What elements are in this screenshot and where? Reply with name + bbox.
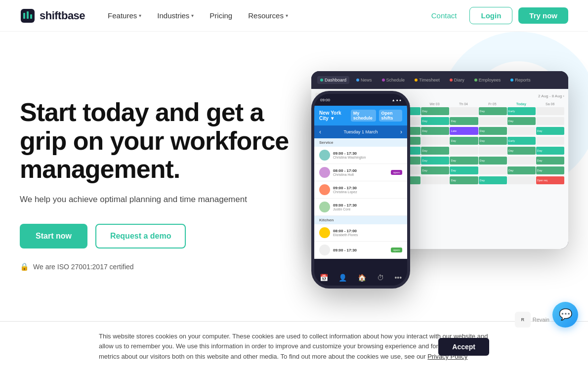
hero-content: Start today and get a grip on your workf… xyxy=(20,98,296,271)
brand-name: shiftbase xyxy=(40,9,85,22)
hero-title: Start today and get a grip on your workf… xyxy=(20,98,296,183)
nav-pricing[interactable]: Pricing xyxy=(203,7,239,24)
lock-icon: 🔒 xyxy=(20,262,29,271)
phone-city: New York City ▼ xyxy=(319,110,351,121)
nav-industries[interactable]: Industries ▾ xyxy=(150,7,201,24)
resources-chevron-icon: ▾ xyxy=(286,13,288,18)
list-item: 09:00 - 17:30 Christina Lopez xyxy=(314,181,407,199)
tab-news: News xyxy=(353,76,375,84)
tab-reports: Reports xyxy=(507,76,534,84)
industries-chevron-icon: ▾ xyxy=(191,13,194,18)
list-item: 08:00 - 17:00 Christina Holt open xyxy=(314,164,407,181)
nav-left: shiftbase Features ▾ Industries ▾ Pricin… xyxy=(20,7,295,24)
phone-section-kitchen: Kitchen xyxy=(314,216,407,224)
iso-badge: 🔒 We are ISO 27001:2017 certified xyxy=(20,262,296,271)
revain-widget[interactable]: R Revain xyxy=(515,312,549,328)
resources-label: Resources xyxy=(248,11,284,20)
list-item: 09:00 - 17:30 open xyxy=(314,242,407,259)
list-item: 09:00 - 17:30 Christina Washington xyxy=(314,147,407,164)
logo-icon xyxy=(20,8,36,24)
list-item: 09:00 - 17:30 Justin Core xyxy=(314,199,407,216)
phone-date: Tuesday 1 March xyxy=(343,129,378,134)
request-demo-button[interactable]: Request a demo xyxy=(95,224,186,248)
phone-section-service: Service xyxy=(314,138,407,147)
tab-diary: Diary xyxy=(447,76,467,84)
hero-visual: Dashboard News Schedule Timesheet Diary … xyxy=(296,61,568,308)
tab-employees: Employees xyxy=(471,76,504,84)
start-now-button[interactable]: Start now xyxy=(20,224,87,248)
phone-status-bar: 09:00 ▲ ● ● xyxy=(314,94,407,106)
hero-subtitle: We help you achieve optimal planning and… xyxy=(20,193,296,206)
iso-text: We are ISO 27001:2017 certified xyxy=(33,263,134,271)
login-button[interactable]: Login xyxy=(469,7,512,24)
nav-resources[interactable]: Resources ▾ xyxy=(241,7,295,24)
tab-timesheet: Timesheet xyxy=(412,76,443,84)
revain-label: Revain xyxy=(533,317,549,323)
chat-icon: 💬 xyxy=(559,308,572,321)
svg-rect-2 xyxy=(27,11,29,19)
phone-date-bar: ‹ Tuesday 1 March › xyxy=(314,125,407,138)
chat-widget-button[interactable]: 💬 xyxy=(552,302,578,328)
tab-schedule: Schedule xyxy=(379,76,408,84)
contact-link[interactable]: Contact xyxy=(424,7,464,24)
industries-label: Industries xyxy=(157,11,189,20)
logo[interactable]: shiftbase xyxy=(20,8,85,24)
revain-logo-icon: R xyxy=(515,312,531,328)
pricing-label: Pricing xyxy=(210,11,232,20)
phone-header: New York City ▼ My schedule Open shifts xyxy=(314,106,407,125)
tab-dashboard: Dashboard xyxy=(317,76,349,84)
nav-right: Contact Login Try now xyxy=(424,7,568,24)
try-now-button[interactable]: Try now xyxy=(518,7,568,24)
hero-section: Start today and get a grip on your workf… xyxy=(0,32,588,328)
list-item: 08:00 - 17:00 Elizabeth Flores xyxy=(314,224,407,242)
svg-rect-3 xyxy=(30,14,32,19)
nav-features[interactable]: Features ▾ xyxy=(101,7,148,24)
phone-mockup: 09:00 ▲ ● ● New York City ▼ My schedule … xyxy=(311,91,410,289)
navbar: shiftbase Features ▾ Industries ▾ Pricin… xyxy=(0,0,588,32)
hero-buttons: Start now Request a demo xyxy=(20,224,296,248)
features-chevron-icon: ▾ xyxy=(139,13,141,18)
features-label: Features xyxy=(108,11,137,20)
nav-links: Features ▾ Industries ▾ Pricing Resource… xyxy=(101,7,295,24)
cookie-banner: This website stores cookies on your comp… xyxy=(0,321,588,328)
tablet-header: Dashboard News Schedule Timesheet Diary … xyxy=(311,71,568,89)
svg-rect-1 xyxy=(23,13,25,19)
